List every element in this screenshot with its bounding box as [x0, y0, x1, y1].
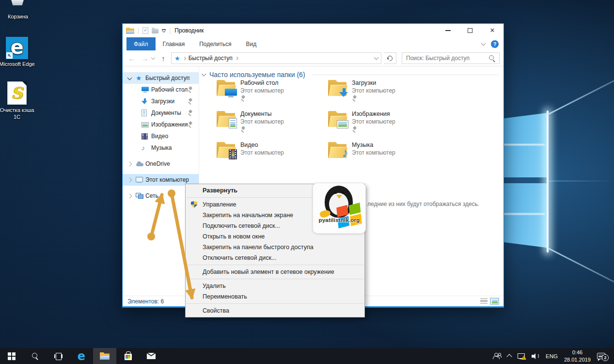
customize-qat-dropdown-icon[interactable] [162, 29, 166, 32]
recent-locations-dropdown-icon[interactable] [151, 56, 155, 60]
folder-tile-pictures[interactable]: Изображения Этот компьютер [328, 110, 436, 138]
task-view-button[interactable] [47, 348, 70, 364]
folder-tile-documents[interactable]: Документы Этот компьютер [217, 110, 324, 138]
menu-item-pin-to-quick-access[interactable]: Закрепить на панели быстрого доступа [186, 242, 364, 253]
show-hidden-icons-chevron[interactable] [506, 354, 512, 359]
nav-item-desktop[interactable]: Рабочий стол [123, 84, 199, 95]
language-indicator[interactable]: ENG [546, 353, 558, 359]
help-icon[interactable]: ? [491, 40, 499, 48]
pin-icon [352, 127, 357, 132]
watermark-logo: pyatilistnik.org [313, 183, 366, 234]
tab-view[interactable]: Вид [238, 37, 264, 50]
desktop-icon-recycle-bin[interactable]: Корзина [0, 0, 36, 24]
forward-button[interactable]: → [140, 54, 150, 63]
expander-icon[interactable] [127, 177, 132, 182]
folder-tile-music[interactable]: ♪ Музыка Этот компьютер [328, 141, 436, 169]
folder-tile-desktop[interactable]: Рабочий стол Этот компьютер [217, 79, 324, 107]
search-icon [489, 55, 495, 62]
breadcrumb-segment[interactable]: Быстрый доступ [189, 55, 233, 62]
folder-tile-downloads[interactable]: Загрузки Этот компьютер [328, 79, 436, 107]
documents-overlay-icon [229, 118, 237, 128]
search-icon [32, 353, 38, 359]
downloads-overlay-icon [339, 88, 348, 97]
taskbar-explorer-button[interactable] [93, 348, 116, 364]
action-center-icon[interactable]: 2 [597, 353, 605, 359]
documents-icon [142, 110, 147, 116]
refresh-button[interactable] [384, 52, 396, 64]
date: 28.01.2019 [564, 356, 591, 363]
large-icons-view-icon[interactable] [490, 298, 499, 304]
breadcrumb-chevron-icon[interactable] [235, 56, 238, 60]
people-icon[interactable] [493, 353, 501, 359]
network-status-icon[interactable] [518, 353, 525, 359]
taskbar-edge-button[interactable]: e [70, 348, 93, 364]
taskbar-mail-button[interactable] [140, 348, 163, 364]
expander-icon[interactable] [127, 193, 132, 198]
collapse-section-icon[interactable] [202, 72, 206, 77]
folder-tile-videos[interactable]: Видео Этот компьютер [217, 141, 324, 169]
windows-flag-icon [336, 203, 364, 228]
close-button[interactable]: × [481, 24, 504, 37]
details-view-icon[interactable] [480, 299, 488, 304]
desktop-icon [142, 87, 149, 93]
menu-item-add-network-location[interactable]: Добавить новый элемент в сетевое окружен… [186, 267, 364, 277]
folder-icon [328, 111, 346, 127]
back-button[interactable]: ← [126, 54, 137, 63]
address-dropdown-icon[interactable] [374, 55, 379, 60]
tab-file[interactable]: Файл [126, 37, 156, 50]
taskbar-store-button[interactable] [116, 348, 140, 364]
pictures-overlay-icon [337, 120, 348, 128]
address-bar[interactable]: ★ Быстрый доступ [171, 52, 381, 64]
frequent-folders-section-header[interactable]: Часто используемые папки (6) [202, 71, 499, 79]
nav-item-onedrive[interactable]: OneDrive [123, 158, 199, 170]
minimize-button[interactable] [437, 24, 459, 37]
edge-icon: e [78, 350, 85, 362]
nav-item-downloads[interactable]: Загрузки [123, 95, 199, 107]
windows-logo-icon [8, 352, 16, 360]
menu-item-delete[interactable]: Удалить [186, 281, 364, 291]
menu-separator [187, 279, 363, 279]
search-input[interactable] [406, 55, 489, 62]
start-button[interactable] [0, 348, 23, 364]
menu-item-disconnect-network-drive[interactable]: Отключить сетевой диск... [186, 253, 364, 263]
tab-share[interactable]: Поделиться [192, 37, 238, 50]
file-explorer-icon [100, 352, 110, 360]
light-ray [545, 246, 614, 302]
nav-item-documents[interactable]: Документы [123, 107, 199, 119]
volume-icon[interactable] [532, 353, 539, 359]
folder-icon: ♪ [328, 142, 346, 158]
menu-item-properties[interactable]: Свойства [186, 305, 364, 316]
watermark-text: pyatilistnik.org [313, 217, 365, 223]
video-icon [142, 133, 148, 140]
music-icon: ♪ [142, 144, 145, 151]
pin-icon [188, 98, 193, 104]
collapse-ribbon-icon[interactable] [481, 41, 486, 46]
uac-shield-icon [191, 201, 197, 208]
nav-item-music[interactable]: ♪ Музыка [123, 142, 199, 154]
taskbar-search-button[interactable] [23, 348, 47, 364]
clock[interactable]: 0:46 28.01.2019 [564, 349, 591, 363]
desktop-icon-microsoft-edge[interactable]: e ↖ Microsoft Edge [0, 37, 35, 68]
edge-icon: e ↖ [6, 37, 28, 59]
nav-item-pictures[interactable]: Изображения [123, 119, 199, 130]
expander-icon[interactable] [127, 161, 132, 166]
pin-icon [240, 127, 246, 132]
title-bar: | | Проводник × [123, 24, 504, 37]
expander-icon[interactable] [127, 75, 132, 80]
desktop-icon-1c-cache-cleaner[interactable]: S Очистка кэша 1С [0, 81, 35, 121]
search-box[interactable] [402, 52, 500, 64]
new-folder-qat-icon[interactable] [152, 28, 158, 33]
desktop-icon-label: Microsoft Edge [0, 61, 35, 68]
maximize-button[interactable] [459, 24, 481, 37]
address-bar-row: ← → ↑ ★ Быстрый доступ [123, 50, 504, 66]
nav-item-videos[interactable]: Видео [123, 130, 199, 142]
nav-item-quick-access[interactable]: ★ Быстрый доступ [123, 72, 199, 84]
tab-home[interactable]: Главная [156, 37, 192, 50]
properties-qat-icon[interactable] [142, 27, 148, 34]
desktop-icon-label: Очистка кэша 1С [0, 107, 35, 121]
breadcrumb-chevron-icon[interactable] [183, 56, 186, 60]
refresh-icon [386, 54, 394, 62]
pin-icon [188, 110, 193, 115]
menu-item-rename[interactable]: Переименовать [186, 291, 364, 302]
up-button[interactable]: ↑ [158, 54, 169, 63]
